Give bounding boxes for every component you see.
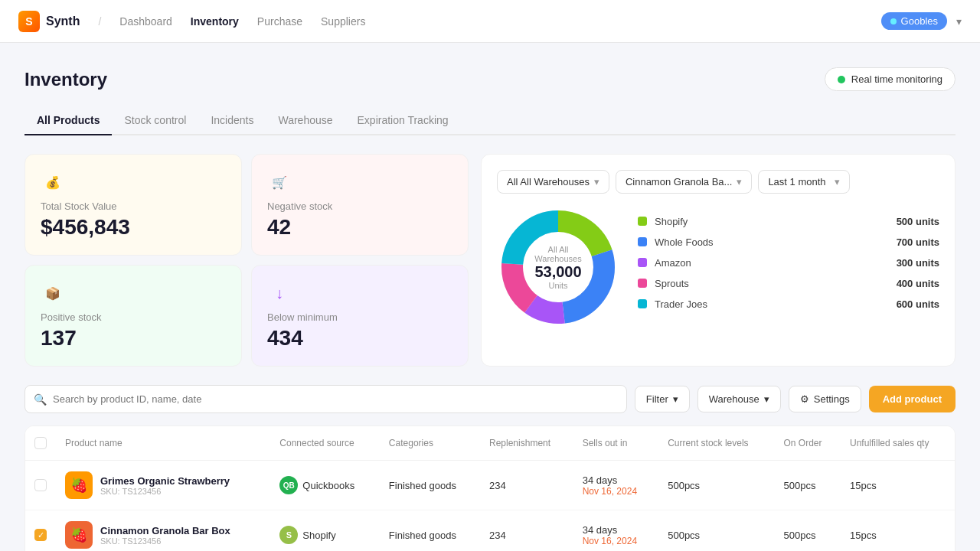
donut-center-unit: Units (528, 281, 589, 290)
product-thumbnail-0: 🍓 (65, 471, 93, 499)
wholefoods-units: 700 units (897, 236, 939, 248)
cards-and-chart-section: 💰 Total Stock Value $456,843 🛒 Negative … (24, 154, 956, 367)
tab-expiration-tracking[interactable]: Expiration Tracking (345, 106, 461, 135)
positive-stock-label: Positive stock (41, 311, 226, 323)
page-title: Inventory (24, 69, 107, 90)
replenishment-0: 234 (480, 461, 573, 510)
realtime-label: Real time monitoring (851, 73, 942, 85)
positive-stock-value: 137 (41, 326, 226, 350)
legend-wholefoods: Whole Foods 700 units (638, 236, 939, 248)
wholefoods-label: Whole Foods (655, 236, 897, 248)
nav-separator: / (98, 15, 101, 28)
quickbooks-icon: QB (279, 476, 298, 494)
tab-incidents[interactable]: Incidents (198, 106, 266, 135)
row-checkbox-0[interactable] (34, 479, 47, 491)
amazon-dot (638, 258, 647, 267)
topnav: S Synth / Dashboard Inventory Purchase S… (0, 0, 980, 43)
donut-center-warehouse: All All Warehouses (528, 245, 589, 263)
chart-legend: Shopify 500 units Whole Foods 700 units … (638, 216, 939, 319)
amazon-label: Amazon (655, 257, 897, 269)
time-filter-select[interactable]: Last 1 month ▾ (758, 170, 850, 194)
tab-stock-control[interactable]: Stock control (112, 106, 198, 135)
tab-all-products[interactable]: All Products (24, 106, 112, 135)
filter-label: Filter (646, 393, 668, 405)
product-sku-0: SKU: TS123456 (100, 487, 230, 496)
settings-label: Settings (814, 393, 850, 405)
negative-stock-value: 42 (267, 215, 452, 240)
chart-body: All All Warehouses 53,000 Units Shopify … (497, 206, 939, 328)
product-filter-select[interactable]: Cinnamon Granola Ba... ▾ (616, 170, 752, 194)
chart-filters: All All Warehouses ▾ Cinnamon Granola Ba… (497, 170, 939, 194)
main-content: Inventory Real time monitoring All Produ… (0, 43, 980, 551)
brand-logo: S (18, 11, 40, 32)
wholefoods-dot (638, 237, 647, 246)
donut-center-value: 53,000 (528, 263, 589, 281)
legend-shopify: Shopify 500 units (638, 216, 939, 227)
unfulfilled-0: 15pcs (841, 461, 955, 510)
legend-amazon: Amazon 300 units (638, 257, 939, 269)
donut-chart: All All Warehouses 53,000 Units (497, 206, 619, 328)
below-minimum-label: Below minimum (267, 311, 452, 323)
replenishment-1: 234 (480, 510, 573, 552)
product-thumbnail-1: 🍓 (65, 521, 93, 549)
tabs: All Products Stock control Incidents War… (24, 106, 956, 135)
amazon-units: 300 units (897, 257, 939, 269)
col-stock-levels: Current stock levels (658, 426, 774, 461)
unfulfilled-1: 15pcs (841, 510, 955, 552)
nav-caret-icon[interactable]: ▾ (956, 15, 962, 28)
product-filter-label: Cinnamon Granola Ba... (626, 176, 732, 187)
warehouse-label: Warehouse (709, 393, 760, 405)
col-sells-out: Sells out in (573, 426, 659, 461)
warehouse-filter-select[interactable]: All All Warehouses ▾ (497, 170, 609, 194)
col-unfulfilled: Unfulfilled sales qty (841, 426, 955, 461)
col-categories: Categories (380, 426, 480, 461)
filter-button[interactable]: Filter ▾ (635, 386, 690, 412)
table-row: 🍓 Cinnamon Granola Bar Box SKU: TS123456… (25, 510, 955, 552)
settings-gear-icon: ⚙ (800, 393, 809, 405)
shopify-label: Shopify (655, 216, 897, 227)
realtime-dot-icon (838, 76, 845, 83)
warehouse-button[interactable]: Warehouse ▾ (697, 386, 781, 412)
user-badge: Goobles (881, 12, 947, 30)
source-name-0: Quickbooks (302, 480, 354, 491)
bottom-cards-row: 📦 Positive stock 137 ↓ Below minimum 434 (24, 265, 469, 367)
nav-suppliers[interactable]: Suppliers (321, 12, 365, 31)
stock-levels-0: 500pcs (658, 461, 774, 510)
arrow-down-icon: ↓ (267, 281, 292, 305)
tab-warehouse[interactable]: Warehouse (266, 106, 345, 135)
search-icon: 🔍 (34, 393, 47, 406)
traderjoes-units: 600 units (897, 298, 939, 310)
row-checkbox-1[interactable] (34, 529, 47, 541)
add-product-button[interactable]: Add product (869, 386, 956, 412)
stock-levels-1: 500pcs (658, 510, 774, 552)
search-input[interactable] (24, 385, 627, 413)
header-checkbox[interactable] (34, 437, 47, 449)
search-wrap: 🔍 (24, 385, 627, 413)
below-minimum-card: ↓ Below minimum 434 (251, 265, 469, 367)
box-icon: 📦 (41, 281, 65, 305)
sprouts-units: 400 units (897, 278, 939, 289)
nav-purchase[interactable]: Purchase (257, 12, 302, 31)
below-minimum-value: 434 (267, 326, 452, 350)
traderjoes-label: Trader Joes (655, 298, 897, 310)
col-connected-source: Connected source (270, 426, 380, 461)
sprouts-dot (638, 279, 647, 288)
negative-stock-card: 🛒 Negative stock 42 (251, 154, 469, 256)
legend-sprouts: Sprouts 400 units (638, 278, 939, 289)
products-table: Product name Connected source Categories… (24, 425, 956, 551)
realtime-monitoring-button[interactable]: Real time monitoring (825, 67, 956, 91)
sells-date-0: Nov 16, 2024 (583, 486, 650, 497)
nav-dashboard[interactable]: Dashboard (119, 12, 172, 31)
settings-button[interactable]: ⚙ Settings (789, 386, 861, 412)
nav-inventory[interactable]: Inventory (191, 12, 239, 31)
total-stock-value-card: 💰 Total Stock Value $456,843 (24, 154, 242, 256)
top-cards-row: 💰 Total Stock Value $456,843 🛒 Negative … (24, 154, 469, 256)
filter-caret-icon: ▾ (673, 393, 678, 405)
traderjoes-dot (638, 299, 647, 308)
user-name: Goobles (901, 15, 938, 27)
shopify-units: 500 units (897, 216, 939, 227)
time-filter-caret: ▾ (835, 176, 840, 187)
chart-card: All All Warehouses ▾ Cinnamon Granola Ba… (481, 154, 956, 367)
sells-out-1: 34 days Nov 16, 2024 (573, 510, 659, 552)
product-name-0: Grimes Organic Strawberry (100, 475, 230, 487)
